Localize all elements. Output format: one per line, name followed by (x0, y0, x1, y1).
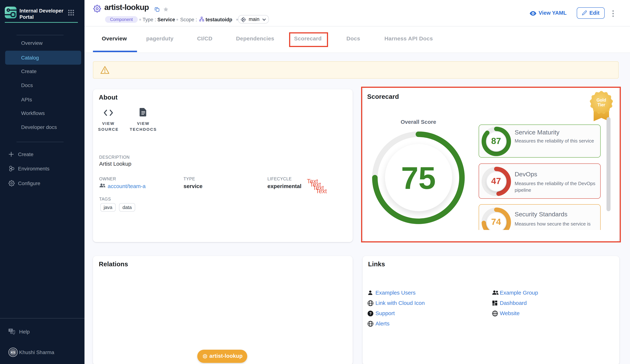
svg-text:?: ? (369, 312, 372, 316)
svg-text:?: ? (10, 329, 12, 332)
